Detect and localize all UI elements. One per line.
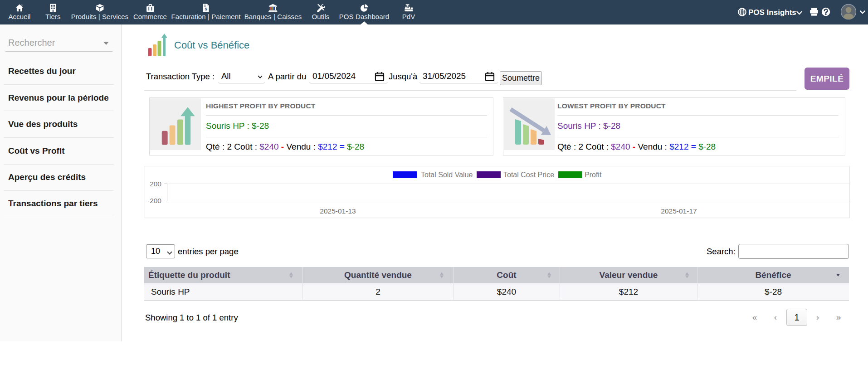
svg-text:$: $ (205, 6, 207, 11)
